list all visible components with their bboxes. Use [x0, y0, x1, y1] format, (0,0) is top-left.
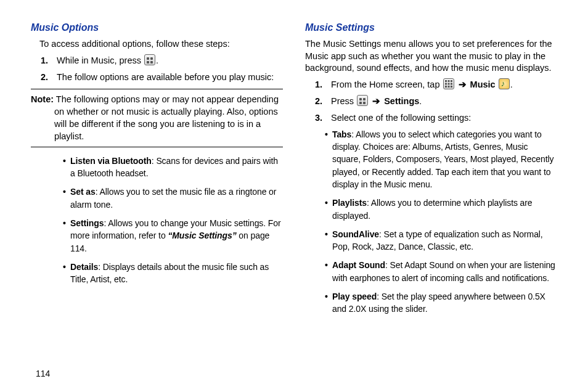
options-bullets: Listen via Bluetooth: Scans for devices … — [31, 155, 283, 286]
left-column: Music Options To access additional optio… — [31, 22, 283, 322]
settings-step-2: 2. Press ➔ Settings. — [321, 95, 557, 108]
options-intro: To access additional options, follow the… — [31, 38, 283, 51]
apps-grid-icon — [443, 78, 454, 89]
note-block: Note: The following options may or may n… — [31, 89, 283, 147]
note-label: Note: — [31, 94, 54, 104]
page-number: 114 — [36, 369, 50, 378]
settings-intro: The Music Settings menu allows you to se… — [305, 38, 557, 75]
menu-icon — [357, 95, 368, 106]
menu-icon — [144, 54, 155, 65]
setting-playlists: Playlists: Allows you to determine which… — [325, 197, 557, 222]
settings-step-1: 1. From the Home screen, tap ➔ Music . — [321, 78, 557, 91]
setting-play-speed: Play speed: Set the play speed anywhere … — [325, 290, 557, 316]
setting-soundalive: SoundAlive: Set a type of equalization s… — [325, 228, 557, 253]
option-settings: Settings: Allows you to change your Musi… — [63, 217, 283, 255]
setting-tabs: Tabs: Allows you to select which categor… — [325, 128, 557, 190]
music-options-heading: Music Options — [31, 22, 283, 33]
options-steps: 1. While in Music, press . 2. The follow… — [31, 54, 283, 84]
setting-adapt-sound: Adapt Sound: Set Adapt Sound on when you… — [325, 259, 557, 284]
options-step-1: 1. While in Music, press . — [47, 54, 283, 67]
settings-step-3: 3. Select one of the following settings: — [321, 112, 557, 125]
settings-bullets: Tabs: Allows you to select which categor… — [305, 128, 557, 316]
arrow-icon: ➔ — [371, 96, 382, 106]
settings-steps: 1. From the Home screen, tap ➔ Music . 2… — [305, 78, 557, 125]
option-set-as: Set as: Allows you to set the music file… — [63, 186, 283, 211]
arrow-icon: ➔ — [457, 80, 468, 89]
music-note-icon — [499, 78, 510, 89]
option-details: Details: Displays details about the musi… — [63, 261, 283, 286]
options-step-2: 2. The follow options are available befo… — [47, 71, 283, 84]
music-settings-heading: Music Settings — [305, 22, 557, 33]
option-bluetooth: Listen via Bluetooth: Scans for devices … — [63, 155, 283, 180]
right-column: Music Settings The Music Settings menu a… — [305, 22, 557, 322]
